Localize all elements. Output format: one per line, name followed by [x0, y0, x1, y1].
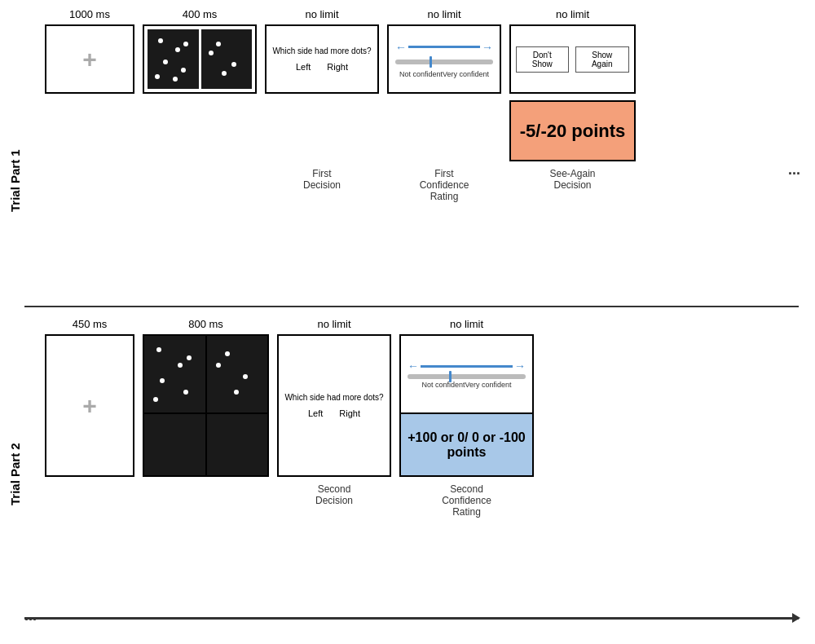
trial-part-2-label: Trial Part 2 [8, 342, 22, 505]
timing-nolimit-p2-2: no limit [399, 318, 534, 330]
dot [183, 390, 188, 395]
dot [183, 42, 188, 46]
frames-row-2: + [45, 334, 807, 477]
label-1-first-confidence: FirstConfidenceRating [387, 168, 501, 202]
conf-very-1: Very confident [443, 70, 489, 78]
decision-box-2: Which side had more dots? Left Right [277, 334, 391, 477]
conf-arrow-p2: ← → [408, 359, 526, 373]
black-left [144, 414, 207, 475]
conf-not-1: Not confident [399, 70, 443, 78]
labels-row-1: FirstDecision FirstConfidenceRating See-… [45, 168, 807, 202]
dot [181, 68, 186, 73]
see-again-column: Don't Show Show Again -5/-20 points [509, 24, 636, 161]
fixation-box-1: + [45, 24, 134, 94]
conf-arrow-1: ← → [395, 41, 493, 54]
dot [231, 62, 236, 67]
dots-top-p2 [144, 336, 267, 414]
decision-options-2: Left Right [308, 408, 360, 418]
trial-part-2-section: 450 ms 800 ms no limit no limit + [45, 318, 807, 518]
dot [216, 42, 221, 46]
dot [163, 60, 168, 64]
arrow-line-1 [408, 46, 480, 48]
conf-not-p2: Not confident [421, 381, 465, 389]
see-again-buttons: Don't Show Show Again [516, 46, 629, 73]
timing-nolimit-p2-1: no limit [277, 318, 391, 330]
dots-top-right [207, 336, 268, 412]
conf-very-p2: Very confident [465, 381, 512, 389]
label-1-first-decision: FirstDecision [265, 168, 379, 191]
dot [158, 38, 163, 43]
fixation-cross-1: + [82, 46, 97, 73]
dots-right-top: ... [788, 161, 800, 179]
dot [175, 47, 180, 52]
label-2-second-confidence: SecondConfidenceRating [399, 483, 534, 518]
dots-inner-1 [144, 26, 255, 92]
dont-show-button[interactable]: Don't Show [516, 46, 569, 73]
timing-row-1: 1000 ms 400 ms no limit no limit no limi… [45, 8, 807, 20]
dot [178, 363, 183, 368]
conf-thumb-p2 [449, 371, 452, 382]
left-dot-panel-1 [148, 29, 199, 89]
dot [234, 390, 239, 395]
dot [160, 378, 165, 383]
conf-slider-p2 [408, 374, 526, 379]
show-again-button[interactable]: Show Again [575, 46, 630, 73]
arrow-right-p2: → [514, 359, 526, 373]
fixation-box-2: + [45, 334, 134, 477]
decision-right-2: Right [339, 408, 360, 418]
timing-nolimit-3: no limit [509, 8, 636, 20]
decision-question-2: Which side had more dots? [280, 393, 387, 402]
black-right [207, 414, 268, 475]
decision-left-1: Left [296, 62, 311, 72]
label-1-see-again: See-AgainDecision [509, 168, 636, 191]
labels-row-2: SecondDecision SecondConfidenceRating [45, 483, 807, 518]
timing-450ms: 450 ms [45, 318, 134, 330]
timing-800ms: 800 ms [143, 318, 269, 330]
dot [243, 374, 248, 379]
confidence-box-p2: ← → Not confident Very confident +100 or… [399, 334, 534, 477]
dot [216, 363, 221, 368]
dot [209, 51, 214, 55]
conf-thumb-1 [430, 56, 432, 68]
timing-row-2: 450 ms 800 ms no limit no limit [45, 318, 807, 330]
arrow-right-1: → [482, 41, 493, 54]
timeline [24, 617, 799, 620]
conf-slider-1 [395, 60, 493, 64]
conf-labels-1: Not confident Very confident [399, 70, 489, 78]
dot [156, 347, 161, 352]
main-container: Trial Part 1 Trial Part 2 1000 ms 400 ms… [0, 0, 815, 644]
frames-row-1: + [45, 24, 807, 161]
conf-labels-p2: Not confident Very confident [421, 381, 511, 389]
feedback-box-1: -5/-20 points [509, 100, 636, 161]
conf-top-p2: ← → Not confident Very confident [401, 336, 532, 414]
dot [155, 74, 160, 79]
dot [173, 77, 178, 82]
dots-top-left [144, 336, 207, 412]
decision-question-1: Which side had more dots? [268, 46, 375, 55]
timeline-dots-left: ... [24, 607, 37, 624]
see-again-box: Don't Show Show Again [509, 24, 636, 94]
decision-left-2: Left [308, 408, 323, 418]
timing-nolimit-2: no limit [387, 8, 501, 20]
arrow-left-1: ← [395, 41, 407, 54]
feedback-box-2: +100 or 0/ 0 or -100 points [401, 414, 532, 475]
dot [153, 397, 158, 402]
decision-options-1: Left Right [296, 62, 348, 72]
dots-box-1 [143, 24, 257, 94]
fixation-cross-2: + [82, 392, 97, 420]
arrow-line-p2 [421, 365, 513, 368]
dots-bottom-p2 [144, 414, 267, 475]
right-dot-panel-1 [201, 29, 253, 89]
dots-box-p2 [143, 334, 269, 477]
label-2-second-decision: SecondDecision [277, 483, 391, 506]
dot [222, 71, 227, 76]
confidence-box-1: ← → Not confident Very confident [387, 24, 501, 94]
dot [225, 351, 230, 356]
timing-1000ms: 1000 ms [45, 8, 134, 20]
dot [187, 355, 192, 360]
arrow-left-p2: ← [408, 359, 419, 373]
trial-part-1-section: 1000 ms 400 ms no limit no limit no limi… [45, 8, 807, 202]
timing-400ms: 400 ms [143, 8, 257, 20]
decision-right-1: Right [327, 62, 348, 72]
decision-box-1: Which side had more dots? Left Right [265, 24, 379, 94]
